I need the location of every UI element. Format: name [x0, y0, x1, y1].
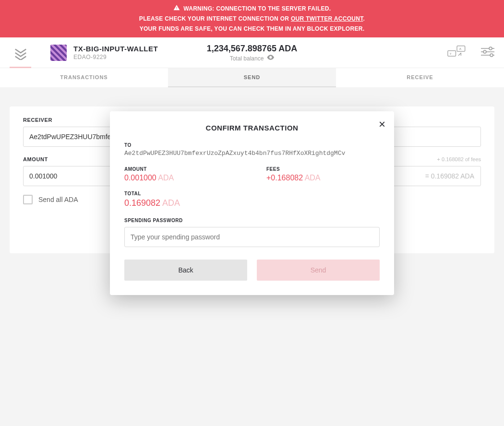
modal-amount-label: AMOUNT: [124, 166, 238, 172]
modal-total-value: 0.169082 ADA: [124, 198, 380, 208]
send-button[interactable]: Send: [257, 260, 380, 281]
modal-amount-value: 0.001000 ADA: [124, 174, 238, 182]
spending-password-input[interactable]: [124, 227, 380, 247]
close-icon[interactable]: ×: [379, 118, 385, 130]
confirm-transaction-modal: CONFIRM TRANSACTION × TO Ae2tdPwUPEZ3HUU…: [110, 111, 394, 295]
modal-total-label: TOTAL: [124, 191, 380, 196]
back-button[interactable]: Back: [124, 260, 247, 281]
modal-fees-value: +0.168082 ADA: [266, 174, 380, 182]
to-label: TO: [124, 142, 380, 148]
modal-fees-label: FEES: [266, 166, 380, 172]
modal-backdrop: CONFIRM TRANSACTION × TO Ae2tdPwUPEZ3HUU…: [0, 0, 504, 426]
to-address: Ae2tdPwUPEZ3HUU7bmfexrUzoZpAZxuyt4b4bn7f…: [124, 150, 380, 157]
modal-title: CONFIRM TRANSACTION: [124, 124, 380, 132]
spending-password-label: SPENDING PASSWORD: [124, 218, 380, 223]
